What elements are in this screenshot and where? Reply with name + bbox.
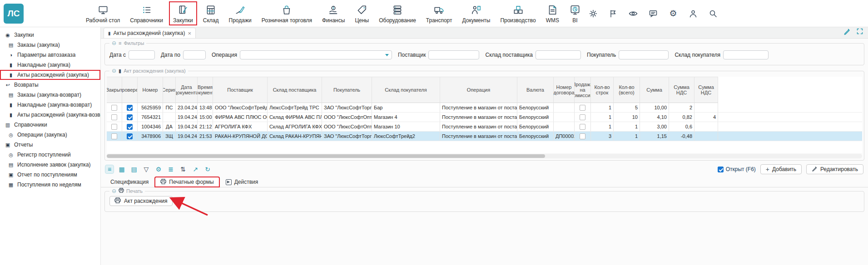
topbar-item-directories[interactable]: Справочники xyxy=(126,1,167,25)
cell-buyer[interactable]: ЗАО "ЛюксСофтТорг" xyxy=(322,103,372,112)
cell-currency[interactable]: Белорусский xyxy=(517,103,554,112)
closed-checkbox[interactable] xyxy=(111,133,117,139)
cell-vat_total[interactable]: 0,6 xyxy=(669,122,694,131)
column-header-vat_total2[interactable]: Сумма НДС xyxy=(694,77,718,103)
cell-number[interactable]: 7654321 xyxy=(138,113,163,122)
commission-checkbox[interactable] xyxy=(580,124,585,130)
operation-select[interactable] xyxy=(240,50,392,59)
brightness-icon[interactable] xyxy=(588,9,598,19)
cell-doc_time[interactable]: 13:48 xyxy=(198,103,213,112)
checked-checkbox[interactable] xyxy=(127,133,133,139)
topbar-item-documents[interactable]: Документы xyxy=(458,1,495,25)
column-header-supplier[interactable]: Поставщик xyxy=(213,77,268,103)
cell-qty_total[interactable]: 1 xyxy=(614,132,640,141)
cell-commission[interactable] xyxy=(575,132,591,141)
calendar-icon[interactable]: ▤ xyxy=(130,165,138,173)
sidebar-item[interactable]: ◎ Регистр поступлений xyxy=(0,150,100,160)
cell-supplier_warehouse[interactable]: Склад АГРОЛИГА КФХ xyxy=(268,122,322,131)
cell-currency[interactable]: Белорусский xyxy=(517,122,554,131)
cell-doc_date[interactable]: 23.04.24 xyxy=(176,103,198,112)
topbar-item-sales[interactable]: Продажи xyxy=(225,1,256,25)
closed-checkbox[interactable] xyxy=(111,105,117,111)
collapse-icon[interactable]: ⊖ xyxy=(112,68,116,74)
supplier-warehouse-input[interactable] xyxy=(536,50,581,59)
sidebar-item[interactable]: ▣ Отчеты xyxy=(0,140,100,150)
export-icon[interactable]: ↗ xyxy=(191,165,199,173)
column-header-operation[interactable]: Операция xyxy=(440,77,517,103)
sidebar-item[interactable]: ◎ Операции (закупка) xyxy=(0,130,100,140)
topbar-item-desktop[interactable]: Рабочий стол xyxy=(82,1,124,25)
cell-rows_count[interactable]: 1 xyxy=(591,122,614,131)
column-header-number[interactable]: Номер xyxy=(138,77,163,103)
cell-number[interactable]: 5625959 xyxy=(138,103,163,112)
sidebar-item[interactable]: ▮ Акты расхождений (закупка-возврат) xyxy=(0,110,100,120)
cell-series[interactable]: ДА xyxy=(163,122,176,131)
supplier-input[interactable] xyxy=(428,50,479,59)
sort-icon[interactable]: ⇅ xyxy=(179,165,187,173)
cell-doc_time[interactable]: 15:00 xyxy=(198,113,213,122)
cell-buyer_warehouse[interactable]: Магазин 10 xyxy=(372,122,440,131)
sidebar-item[interactable]: ▦ Поступления по неделям xyxy=(0,180,100,190)
cell-qty_total[interactable]: 5 xyxy=(614,103,640,112)
cell-operation[interactable]: Поступление в магазин от поставщика xyxy=(440,122,517,131)
subtab-print-forms[interactable]: Печатные формы xyxy=(155,177,219,187)
cell-total[interactable]: 3,00 xyxy=(640,122,669,131)
column-header-checked[interactable]: Проверен xyxy=(122,77,138,103)
cell-closed[interactable] xyxy=(107,122,122,131)
cell-number[interactable]: 1004346 xyxy=(138,122,163,131)
cell-rows_count[interactable]: 3 xyxy=(591,132,614,141)
column-header-doc_time[interactable]: Время документа xyxy=(198,77,213,103)
commission-checkbox[interactable] xyxy=(580,105,585,111)
column-header-series[interactable]: Серия xyxy=(163,77,176,103)
cell-commission[interactable] xyxy=(575,113,591,122)
collapse-icon[interactable]: ⊖ xyxy=(112,188,116,194)
commission-checkbox[interactable] xyxy=(580,114,585,120)
cell-buyer[interactable]: ЗАО "ЛюксСофтТорг" xyxy=(322,132,372,141)
cell-closed[interactable] xyxy=(107,103,122,112)
cell-rows_count[interactable]: 1 xyxy=(591,113,614,122)
view-grid-icon[interactable]: ▦ xyxy=(118,165,126,173)
refresh-icon[interactable]: ↻ xyxy=(203,165,212,173)
table-row[interactable]: 5625959ПС23.04.2413:48ООО "ЛюксСофтТрейд… xyxy=(107,103,862,113)
cell-buyer[interactable]: ООО "ЛюксСофтОпт" xyxy=(322,113,372,122)
cell-checked[interactable] xyxy=(122,122,138,131)
topbar-item-retail[interactable]: Розничная торговля xyxy=(258,1,316,25)
column-header-currency[interactable]: Валюта xyxy=(517,77,554,103)
topbar-item-finance[interactable]: Финансы xyxy=(318,1,349,25)
cell-supplier_warehouse[interactable]: Склад ФИРМА АВС ПЛЮС xyxy=(268,113,322,122)
topbar-item-transport[interactable]: Транспорт xyxy=(422,1,456,25)
view-list-icon[interactable]: ≡ xyxy=(105,165,114,173)
horizontal-scrollbar[interactable] xyxy=(107,154,862,158)
cell-currency[interactable]: Белорусский xyxy=(517,113,554,122)
cell-qty_total[interactable]: 1 xyxy=(614,122,640,131)
add-button[interactable]: + Добавить xyxy=(760,164,802,174)
column-header-buyer[interactable]: Покупатель xyxy=(322,77,372,103)
cell-supplier[interactable]: ООО "ЛюксСофтТрейд" xyxy=(213,103,268,112)
sidebar-item[interactable]: ▮ Накладные (закупка-возврат) xyxy=(0,100,100,110)
topbar-item-bi[interactable]: BI xyxy=(565,1,585,25)
table-row[interactable]: 1004346ДА19.04.2421:12АГРОЛИГА КФХСклад … xyxy=(107,122,862,132)
topbar-item-prices[interactable]: Цены xyxy=(351,1,373,25)
cell-contract_number[interactable] xyxy=(554,122,575,131)
cell-vat_total2[interactable] xyxy=(694,132,718,141)
sidebar-item[interactable]: ▤ Заказы (закупка-возврат) xyxy=(0,90,100,100)
topbar-item-equipment[interactable]: Оборудование xyxy=(375,1,420,25)
cell-supplier[interactable]: ФИРМА АВС ПЛЮС ООО xyxy=(213,113,268,122)
open-f6-checkbox[interactable]: Открыт (F6) xyxy=(718,166,756,172)
cell-contract_number[interactable] xyxy=(554,103,575,112)
cell-buyer_warehouse[interactable]: Магазин 4 xyxy=(372,113,440,122)
tab-discrepancy-acts[interactable]: ▮ Акты расхождений (закупка) × xyxy=(104,28,196,38)
cell-doc_date[interactable]: 19.04.24 xyxy=(176,113,198,122)
cell-supplier_warehouse[interactable]: ЛюксСофтТрейд ТРС xyxy=(268,103,322,112)
settings-gear-icon[interactable]: ⚙ xyxy=(668,9,678,19)
topbar-item-warehouse[interactable]: Склад xyxy=(199,1,223,25)
cell-operation[interactable]: Поступление в магазин от поставщика xyxy=(440,132,517,141)
column-header-commission[interactable]: Продажа на комиссию xyxy=(575,77,591,103)
cell-supplier_warehouse[interactable]: Склад РАКАН-КРУПЯНОЙ xyxy=(268,132,322,141)
cell-contract_number[interactable]: ДП00002 xyxy=(554,132,575,141)
sidebar-item[interactable]: ▤ Заказы (закупка) xyxy=(0,40,100,50)
date-to-input[interactable] xyxy=(183,50,206,59)
topbar-item-wms[interactable]: WMS xyxy=(542,1,563,25)
cell-operation[interactable]: Поступление в магазин от поставщика xyxy=(440,103,517,112)
sidebar-item[interactable]: ◉ Закупки xyxy=(0,30,100,40)
